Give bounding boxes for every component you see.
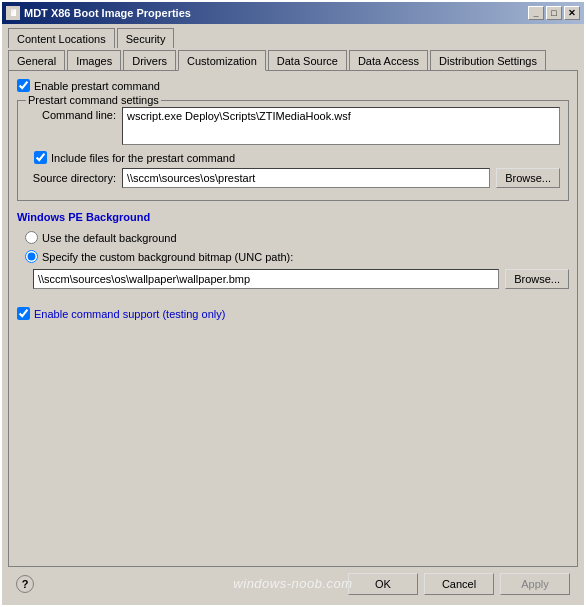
wallpaper-browse-button[interactable]: Browse... (505, 269, 569, 289)
enable-prestart-checkbox[interactable] (17, 79, 30, 92)
tab-row-1: Content Locations Security (8, 28, 578, 48)
tab-distribution-settings[interactable]: Distribution Settings (430, 50, 546, 70)
custom-background-label: Specify the custom background bitmap (UN… (42, 251, 293, 263)
source-dir-input[interactable] (122, 168, 490, 188)
close-button[interactable]: ✕ (564, 6, 580, 20)
command-line-label: Command line: (26, 107, 116, 121)
prestart-group: Prestart command settings Command line: … (17, 100, 569, 201)
command-support-checkbox[interactable] (17, 307, 30, 320)
main-window: 🖥 MDT X86 Boot Image Properties _ □ ✕ Co… (0, 0, 586, 607)
source-dir-browse-button[interactable]: Browse... (496, 168, 560, 188)
window-title: MDT X86 Boot Image Properties (24, 7, 191, 19)
cancel-button[interactable]: Cancel (424, 573, 494, 595)
tab-panel: Enable prestart command Prestart command… (8, 70, 578, 567)
enable-prestart-label: Enable prestart command (34, 80, 160, 92)
tab-data-source[interactable]: Data Source (268, 50, 347, 70)
include-files-checkbox[interactable] (34, 151, 47, 164)
tab-general[interactable]: General (8, 50, 65, 70)
title-bar-left: 🖥 MDT X86 Boot Image Properties (6, 6, 191, 20)
include-files-label: Include files for the prestart command (51, 152, 235, 164)
tab-drivers[interactable]: Drivers (123, 50, 176, 70)
tab-data-access[interactable]: Data Access (349, 50, 428, 70)
command-line-input[interactable]: wscript.exe Deploy\Scripts\ZTIMediaHook.… (122, 107, 560, 145)
apply-button[interactable]: Apply (500, 573, 570, 595)
radio-custom-bg-row: Specify the custom background bitmap (UN… (25, 250, 569, 263)
tab-security[interactable]: Security (117, 28, 175, 48)
dialog-buttons: OK Cancel Apply (348, 573, 570, 595)
tab-content-locations[interactable]: Content Locations (8, 28, 115, 48)
minimize-button[interactable]: _ (528, 6, 544, 20)
tab-images[interactable]: Images (67, 50, 121, 70)
command-support-label: Enable command support (testing only) (34, 308, 225, 320)
wallpaper-row: Browse... (33, 269, 569, 289)
tab-row-2: General Images Drivers Customization Dat… (8, 50, 578, 70)
source-dir-label: Source directory: (26, 172, 116, 184)
title-controls: _ □ ✕ (528, 6, 580, 20)
wallpaper-path-input[interactable] (33, 269, 499, 289)
window-content: Content Locations Security General Image… (2, 24, 584, 605)
title-bar: 🖥 MDT X86 Boot Image Properties _ □ ✕ (2, 2, 584, 24)
enable-prestart-row: Enable prestart command (17, 79, 569, 92)
ok-button[interactable]: OK (348, 573, 418, 595)
background-section: Windows PE Background Use the default ba… (17, 211, 569, 289)
help-button[interactable]: ? (16, 575, 34, 593)
default-background-radio[interactable] (25, 231, 38, 244)
command-line-row: Command line: wscript.exe Deploy\Scripts… (26, 107, 560, 145)
radio-default-bg-row: Use the default background (25, 231, 569, 244)
include-files-row: Include files for the prestart command (34, 151, 560, 164)
maximize-button[interactable]: □ (546, 6, 562, 20)
window-icon: 🖥 (6, 6, 20, 20)
custom-background-radio[interactable] (25, 250, 38, 263)
default-background-label: Use the default background (42, 232, 177, 244)
source-dir-row: Source directory: Browse... (26, 168, 560, 188)
background-section-title: Windows PE Background (17, 211, 569, 223)
bottom-bar-inner: ? OK Cancel Apply (16, 573, 570, 595)
prestart-group-label: Prestart command settings (26, 94, 161, 106)
bottom-bar: ? OK Cancel Apply windows-noob.com (8, 567, 578, 599)
tab-customization[interactable]: Customization (178, 50, 266, 71)
command-support-row: Enable command support (testing only) (17, 307, 569, 320)
